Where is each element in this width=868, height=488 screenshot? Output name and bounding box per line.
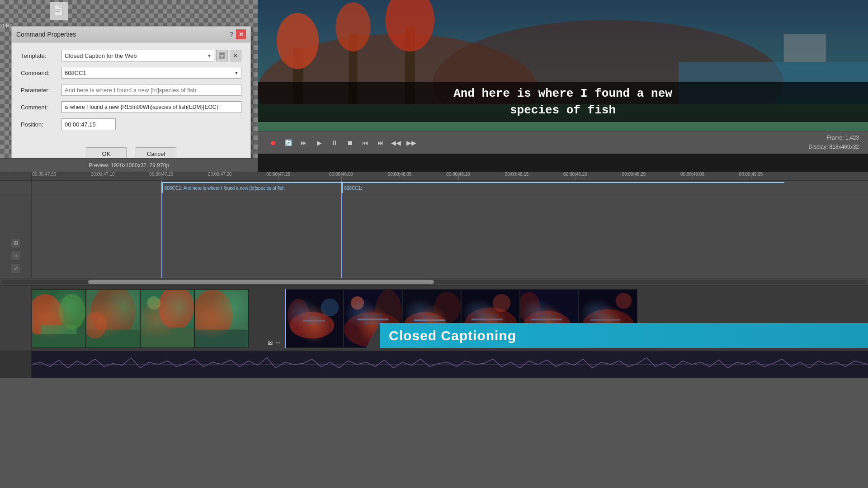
text-he-label: xt He [0, 23, 13, 29]
ruler-label-5: 00:00:48.00 [329, 172, 353, 177]
caption-overlay: And here is where I found a new species … [258, 82, 868, 122]
scrollbar-row[interactable] [0, 278, 868, 285]
track-content [32, 194, 868, 278]
ruler-label-3: 00:00:47.20 [208, 172, 232, 177]
scrollbar-thumb[interactable] [88, 280, 434, 284]
preview-text: Preview: 1920x1080x32, 29.970p [89, 162, 169, 169]
position-input[interactable] [61, 118, 116, 130]
ruler-label-7: 00:00:48.10 [446, 172, 470, 177]
record-button[interactable]: ⏺ [267, 136, 279, 149]
svg-rect-29 [141, 328, 194, 347]
svg-rect-22 [32, 334, 85, 347]
dialog-close-button[interactable]: ✕ [236, 29, 246, 39]
ruler-label-1: 00:00:47.10 [91, 172, 115, 177]
ruler-label-0: 00:00:47.05 [32, 172, 56, 177]
waveform-svg [32, 351, 868, 378]
display-label: Display: [809, 144, 828, 150]
video-strip-icons: ⊠ ↔ [268, 339, 281, 346]
svg-rect-2 [55, 11, 60, 12]
svg-point-48 [434, 292, 461, 323]
step-back-button[interactable]: ⏭ [297, 136, 310, 149]
svg-point-19 [32, 294, 63, 338]
frame-value: 1,423 [845, 135, 859, 141]
stop-button[interactable]: ⏹ [344, 136, 356, 149]
svg-point-32 [195, 290, 233, 338]
comment-input[interactable] [61, 101, 241, 113]
svg-rect-23 [86, 290, 140, 347]
video-strip-content: ⊠ ↔ NightDrone [32, 286, 868, 351]
night-thumb-1 [285, 289, 344, 348]
pause-button[interactable]: ⏸ [328, 136, 341, 149]
video-thumb-1 [32, 289, 86, 348]
video-strip-area: ⊠ ↔ NightDrone [0, 285, 868, 351]
video-strip-sidebar [0, 286, 32, 351]
svg-rect-44 [364, 314, 382, 325]
position-row: Position: [21, 118, 241, 130]
document-icon [50, 2, 68, 20]
command-select[interactable]: 608CC1 [61, 67, 241, 79]
svg-rect-25 [86, 330, 140, 347]
video-thumb-4 [194, 289, 249, 348]
loop-button[interactable]: 🔄 [282, 136, 295, 149]
ruler-labels-sidebar [0, 172, 32, 180]
svg-rect-34 [285, 290, 343, 347]
scrollbar-track[interactable] [2, 280, 866, 284]
svg-point-35 [290, 312, 334, 338]
audio-strip-sidebar [0, 351, 32, 378]
svg-point-28 [158, 290, 194, 330]
svg-rect-20 [41, 325, 77, 347]
track-btn-3[interactable]: ⤢ [11, 263, 21, 273]
waveform-area [32, 351, 868, 378]
svg-point-58 [520, 292, 540, 323]
expand-icon[interactable]: ⊠ [268, 339, 273, 346]
parameter-row: Parameter: [21, 84, 241, 96]
frame-label: Frame: [827, 135, 844, 141]
skip-start-button[interactable]: ⏮ [359, 136, 372, 149]
caption-clip-1: 608CC1: And here is where I found a new … [161, 182, 341, 193]
template-label: Template: [21, 52, 61, 59]
parameter-label: Parameter: [21, 87, 61, 94]
ruler-label-2: 00:00:47.15 [149, 172, 173, 177]
ruler-label-6: 00:00:48.05 [388, 172, 412, 177]
transport-controls: ⏺ 🔄 ⏭ ▶ ⏸ ⏹ ⏮ ⏭ ◀◀ ▶▶ [267, 136, 418, 149]
frame-back-button[interactable]: ◀◀ [390, 136, 402, 149]
position-label: Position: [21, 121, 61, 128]
dialog-title: Command Properties [16, 31, 76, 38]
caption-line1: And here is where I found a new [267, 85, 859, 102]
ruler-label-10: 00:00:48.25 [622, 172, 646, 177]
template-select[interactable]: Closed Caption for the Web [61, 50, 214, 61]
svg-point-24 [91, 290, 135, 338]
template-save-icon[interactable] [216, 50, 228, 61]
video-thumb-3 [140, 289, 194, 348]
track-playhead-right [341, 194, 342, 278]
svg-point-11 [277, 13, 319, 69]
ruler-label-4: 00:00:47.25 [266, 172, 290, 177]
caption-clip-2: 608CC1: [341, 182, 785, 193]
comment-label: Comment: [21, 104, 61, 111]
template-row: Template: Closed Caption for the Web ✕ [21, 50, 241, 61]
transport-bar: ⏺ 🔄 ⏭ ▶ ⏸ ⏹ ⏮ ⏭ ◀◀ ▶▶ [258, 131, 868, 154]
frame-forward-button[interactable]: ▶▶ [405, 136, 418, 149]
video-thumb-2 [86, 289, 140, 348]
dialog-titlebar: Command Properties ? ✕ [12, 27, 250, 42]
svg-rect-27 [141, 290, 194, 347]
template-clear-icon[interactable]: ✕ [230, 50, 241, 61]
svg-point-42 [351, 296, 364, 310]
parameter-input[interactable] [61, 84, 241, 96]
ruler-labels-content: 00:00:47.05 00:00:47.10 00:00:47.15 00:0… [32, 172, 868, 180]
command-row: Command: 608CC1 [21, 67, 241, 79]
svg-rect-31 [195, 290, 248, 347]
svg-point-26 [86, 312, 106, 338]
skip-end-button[interactable]: ⏭ [374, 136, 387, 149]
command-label: Command: [21, 70, 61, 76]
track-rows: ⊞ ↔ ⤢ [0, 194, 868, 278]
resize-icon[interactable]: ↔ [275, 339, 281, 346]
caption-clip-2-text: 608CC1: [344, 186, 362, 191]
track-btn-1[interactable]: ⊞ [11, 238, 21, 248]
dialog-help-button[interactable]: ? [230, 31, 233, 38]
track-btn-2[interactable]: ↔ [11, 251, 21, 261]
ruler-label-9: 00:00:48.20 [563, 172, 587, 177]
video-preview: And here is where I found a new species … [258, 0, 868, 131]
svg-rect-4 [220, 53, 224, 55]
play-button[interactable]: ▶ [313, 136, 326, 149]
